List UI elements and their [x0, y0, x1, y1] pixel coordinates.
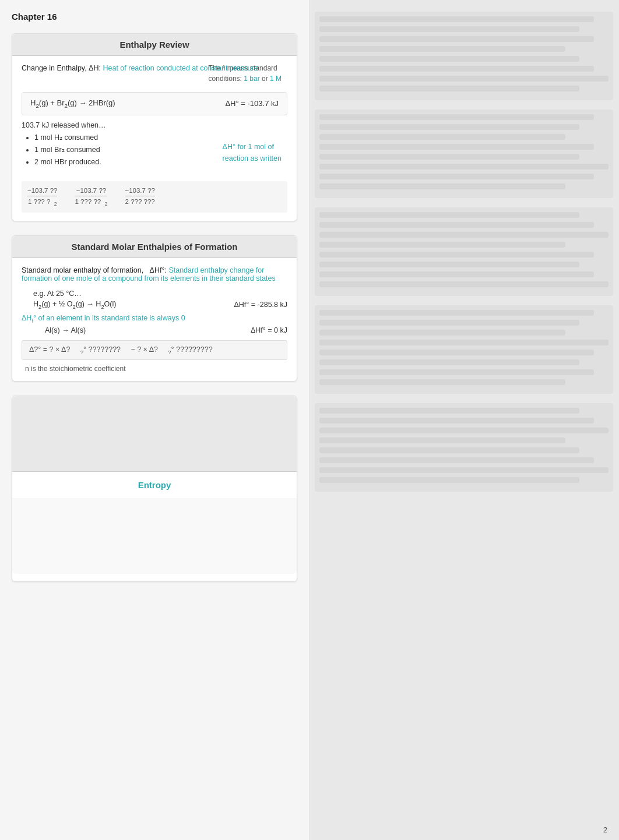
- zero-statement: ΔHf° of an element in its standard state…: [22, 314, 287, 324]
- right-block-4: [315, 305, 613, 394]
- line-3: [319, 36, 594, 42]
- line-24: [319, 281, 609, 287]
- line-36: [319, 437, 565, 443]
- right-panel: [309, 0, 619, 840]
- eg-box: e.g. At 25 °C… H2(g) + ½ O2(g) → H2O(l) …: [33, 290, 287, 310]
- al-reaction-row: Al(s) → Al(s) ΔHf° = 0 kJ: [45, 326, 287, 334]
- line-21: [319, 252, 594, 257]
- right-block-3: [315, 207, 613, 296]
- line-6: [319, 66, 594, 72]
- right-block-5: [315, 403, 613, 492]
- eg-delta-value: ΔHf° = -285.8 kJ: [234, 301, 287, 309]
- line-19: [319, 232, 609, 238]
- entropy-bottom-area: [12, 498, 297, 574]
- line-26: [319, 320, 579, 326]
- line-8: [319, 86, 579, 91]
- fraction-row: −103.7 ?? 1 ??? ? 2 −103.7 ?? 1 ??? ?? 2…: [22, 181, 287, 212]
- enthalpy-reaction-box: H2(g) + Br2(g) → 2HBr(g) ΔH° = -103.7 kJ: [22, 92, 287, 115]
- al-delta-value: ΔHf° = 0 kJ: [251, 326, 287, 334]
- line-27: [319, 330, 565, 336]
- line-29: [319, 350, 594, 355]
- line-33: [319, 408, 579, 414]
- line-12: [319, 144, 594, 150]
- line-37: [319, 447, 579, 453]
- line-23: [319, 271, 594, 277]
- hess-equation: Δ?° = ? × Δ? ?° ???????? − ? × Δ? ?° ???…: [29, 345, 213, 354]
- right-block-1: [315, 12, 613, 100]
- smef-card-header: Standard Molar Enthalpies of Formation: [12, 236, 297, 258]
- enthalpy-delta-value: ΔH° = -103.7 kJ: [225, 99, 279, 108]
- line-20: [319, 242, 565, 248]
- entropy-top-area: [12, 396, 297, 472]
- al-reaction-text: Al(s) → Al(s): [45, 326, 86, 334]
- line-32: [319, 379, 565, 385]
- page-number: 2: [603, 825, 607, 834]
- line-22: [319, 262, 579, 267]
- line-17: [319, 212, 579, 218]
- stoich-note: n is the stoichiometric coefficient: [25, 365, 287, 373]
- line-40: [319, 477, 579, 483]
- line-39: [319, 467, 609, 473]
- definition-teal: Heat of reaction conducted at constant p…: [103, 64, 258, 72]
- line-5: [319, 56, 579, 62]
- released-title: 103.7 kJ released when…: [22, 121, 287, 129]
- line-15: [319, 174, 594, 179]
- eg-label: e.g. At 25 °C…: [33, 290, 287, 298]
- dh-note: ΔH° for 1 mol of reaction as written: [223, 141, 282, 164]
- fraction-2: −103.7 ?? 1 ??? ?? 2: [75, 186, 107, 207]
- line-16: [319, 183, 565, 189]
- line-7: [319, 76, 609, 82]
- fraction-1: −103.7 ?? 1 ??? ? 2: [27, 186, 57, 207]
- line-13: [319, 154, 579, 160]
- line-1: [319, 16, 594, 22]
- line-2: [319, 26, 579, 32]
- smef-card: Standard Molar Enthalpies of Formation S…: [12, 235, 297, 382]
- line-34: [319, 418, 594, 423]
- line-10: [319, 124, 579, 130]
- chapter-title: Chapter 16: [12, 12, 297, 22]
- line-4: [319, 46, 565, 52]
- line-18: [319, 222, 594, 228]
- line-38: [319, 457, 594, 463]
- line-14: [319, 164, 609, 170]
- entropy-card: Entropy: [12, 396, 297, 582]
- right-block-2: [315, 110, 613, 198]
- hess-law-box: Δ?° = ? × Δ? ?° ???????? − ? × Δ? ?° ???…: [22, 340, 287, 361]
- line-31: [319, 369, 594, 375]
- entropy-title: Entropy: [12, 472, 297, 498]
- fraction-3: −103.7 ?? 2 ??? ???: [125, 186, 154, 207]
- reaction-equation: H2(g) + Br2(g) → 2HBr(g): [30, 98, 115, 109]
- line-11: [319, 134, 565, 140]
- eg-reaction-row: H2(g) + ½ O2(g) → H2O(l) ΔHf° = -285.8 k…: [33, 300, 287, 310]
- line-35: [319, 428, 609, 433]
- line-25: [319, 310, 594, 316]
- definition-prefix: Change in Enthalpy, ΔH:: [22, 64, 101, 72]
- enthalpy-card-header: Enthalpy Review: [12, 34, 297, 56]
- line-28: [319, 340, 609, 345]
- line-30: [319, 359, 579, 365]
- smef-definition: Standard molar enthalpy of formation, ΔH…: [22, 266, 287, 283]
- line-9: [319, 114, 594, 120]
- enthalpy-review-card: Enthalpy Review Change in Enthalpy, ΔH: …: [12, 33, 297, 221]
- eg-reaction-text: H2(g) + ½ O2(g) → H2O(l): [33, 300, 116, 310]
- enthalpy-definition: Change in Enthalpy, ΔH: Heat of reaction…: [22, 64, 287, 72]
